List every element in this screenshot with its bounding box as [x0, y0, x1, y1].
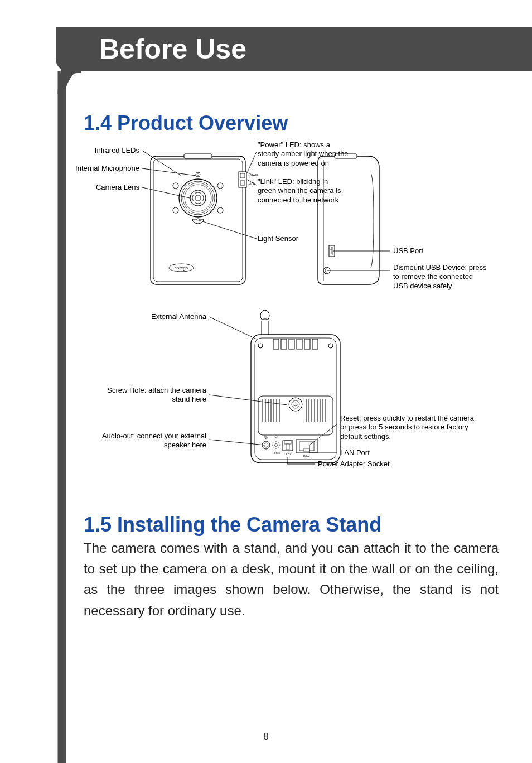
label-power-led: "Power" LED: shows a steady amber light …	[258, 141, 352, 168]
svg-point-15	[173, 207, 178, 213]
label-usb-port: USB Port	[393, 247, 477, 255]
svg-rect-4	[240, 173, 245, 178]
header-bar: Before Use	[56, 27, 532, 71]
svg-line-84	[247, 152, 257, 173]
svg-point-19	[197, 218, 199, 220]
page-title: Before Use	[99, 33, 246, 65]
label-lan-port: LAN Port	[340, 448, 424, 457]
svg-point-70	[275, 444, 278, 447]
svg-rect-37	[304, 339, 310, 349]
svg-point-66	[294, 403, 297, 406]
label-camera-lens: Camera Lens	[67, 183, 139, 192]
product-overview-diagram: Power Link	[89, 145, 485, 491]
page-number: 8	[0, 732, 532, 742]
label-power-adapter-socket: Power Adapter Socket	[318, 460, 429, 469]
svg-rect-2	[184, 154, 212, 158]
svg-point-14	[217, 183, 223, 189]
svg-rect-35	[289, 339, 294, 349]
svg-rect-36	[297, 339, 302, 349]
svg-point-39	[258, 344, 263, 348]
section-1-5-heading: 1.5 Installing the Camera Stand	[84, 513, 499, 537]
section-1-5-body: The camera comes with a stand, and you c…	[84, 538, 499, 621]
section-1-4-heading: 1.4 Product Overview	[84, 112, 499, 135]
svg-text:Reset: Reset	[272, 451, 280, 455]
label-screw-hole: Screw Hole: attach the camera stand here	[100, 386, 206, 404]
label-link-led: "Link" LED: blicking in green when the c…	[258, 177, 341, 205]
label-external-antenna: External Antenna	[123, 312, 206, 321]
label-audio-out: Audio-out: connect your external speaker…	[100, 432, 206, 450]
svg-line-89	[209, 317, 257, 339]
svg-rect-75	[286, 444, 289, 450]
svg-rect-38	[312, 339, 318, 349]
svg-rect-74	[284, 441, 291, 444]
svg-rect-5	[240, 181, 245, 185]
svg-rect-33	[273, 339, 279, 349]
svg-point-18	[197, 173, 199, 176]
label-light-sensor: Light Sensor	[258, 234, 341, 243]
svg-rect-34	[281, 339, 287, 349]
svg-text:Ether: Ether	[303, 455, 310, 458]
label-dismount-usb: Dismount USB Device: press to remove the…	[393, 263, 488, 291]
svg-point-13	[173, 183, 178, 189]
label-infrared-leds: Infrared LEDs	[67, 146, 139, 155]
svg-point-16	[217, 207, 223, 213]
svg-point-12	[195, 195, 201, 201]
tiny-power-label: Power	[249, 173, 258, 176]
label-reset: Reset: press quickly to restart the came…	[340, 414, 480, 441]
brand-label: corega	[175, 265, 188, 271]
svg-rect-79	[304, 448, 309, 452]
label-internal-microphone: Internal Microphone	[45, 164, 139, 173]
svg-text:DC5V: DC5V	[284, 452, 292, 456]
svg-point-40	[328, 344, 333, 348]
